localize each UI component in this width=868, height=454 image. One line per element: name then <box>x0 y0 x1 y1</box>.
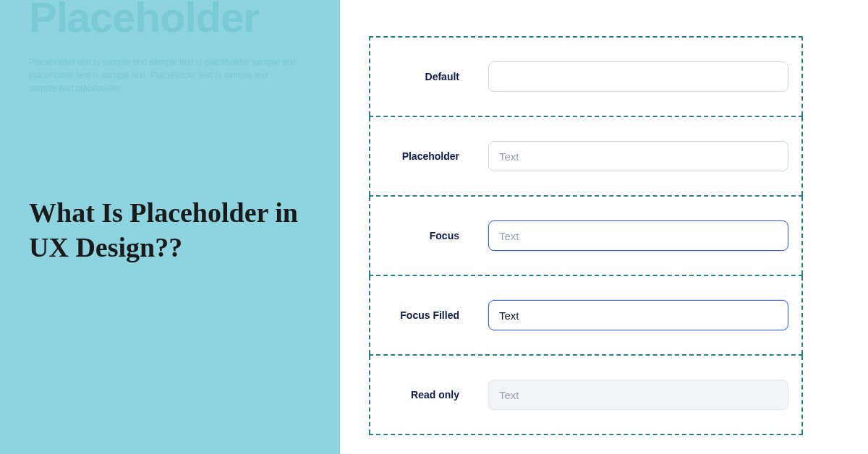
placeholder-input[interactable] <box>488 141 788 171</box>
state-row-focus-filled: Focus Filled <box>369 276 803 356</box>
state-row-default: Default <box>369 36 803 117</box>
state-label: Default <box>383 71 488 82</box>
state-row-readonly: Read only <box>369 356 803 435</box>
focus-filled-input[interactable] <box>488 300 788 330</box>
readonly-input <box>488 380 788 410</box>
left-panel: Placeholder Placeholder text is sample t… <box>0 0 340 454</box>
ghost-subtext: Placeholder text is sample text sample t… <box>29 56 297 95</box>
focus-input[interactable] <box>488 220 788 251</box>
state-label: Read only <box>383 389 488 401</box>
state-label: Focus Filled <box>383 309 488 321</box>
state-label: Focus <box>383 230 488 241</box>
state-row-placeholder: Placeholder <box>369 117 803 197</box>
page-title: What Is Placeholder in UX Design?? <box>29 196 311 265</box>
ghost-heading: Placeholder <box>29 0 311 41</box>
state-label: Placeholder <box>383 150 488 162</box>
default-input[interactable] <box>488 61 788 92</box>
state-row-focus: Focus <box>369 197 803 276</box>
states-panel: Default Placeholder Focus Focus Filled R… <box>340 0 868 454</box>
